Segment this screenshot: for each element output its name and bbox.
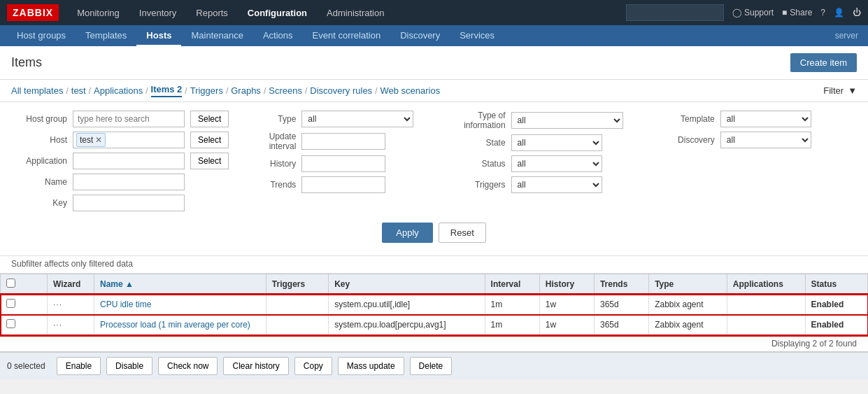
subnav-maintenance[interactable]: Maintenance (181, 26, 252, 46)
application-select-button[interactable]: Select (190, 153, 229, 169)
apply-button[interactable]: Apply (382, 223, 433, 243)
col-triggers-header: Triggers (266, 274, 328, 295)
col-wizard-header: Wizard (48, 274, 94, 295)
host-tag: test ✕ (76, 133, 106, 147)
breadcrumb-items2[interactable]: Items 2 (151, 84, 183, 97)
table-body: ··· CPU idle time system.cpu.util[,idle]… (1, 295, 868, 335)
selected-count: 0 selected (7, 361, 45, 371)
host-tag-remove[interactable]: ✕ (95, 135, 102, 145)
row-name-0: CPU idle time (94, 295, 266, 315)
breadcrumb-web-scenarios[interactable]: Web scenarios (380, 85, 440, 96)
copy-button[interactable]: Copy (294, 357, 332, 375)
subnav-host-groups[interactable]: Host groups (7, 26, 76, 46)
row-dots-menu[interactable]: ··· (53, 320, 62, 330)
subnav-services[interactable]: Services (450, 26, 504, 46)
server-label: server (835, 31, 861, 41)
application-input[interactable] (73, 153, 185, 169)
col-name-header[interactable]: Name ▲ (94, 274, 266, 295)
key-input[interactable] (73, 195, 185, 211)
filter-row-history: History (240, 155, 438, 172)
filter-row-status: Status all Enabled Disabled (450, 155, 648, 172)
row-status-0: Enabled (805, 295, 867, 315)
status-select[interactable]: all Enabled Disabled (511, 155, 602, 172)
state-select[interactable]: all Normal Not supported (511, 134, 602, 151)
top-nav-right: ◯ Support ■ Share ? 👤 ⏻ (626, 4, 861, 21)
filter-row-type-of-info: Type of information all Numeric (unsigne… (450, 111, 648, 130)
create-item-button[interactable]: Create item (790, 53, 857, 72)
hostgroup-select-button[interactable]: Select (190, 111, 229, 127)
host-select-button[interactable]: Select (190, 132, 229, 148)
share-link[interactable]: ■ Share (782, 8, 812, 17)
row-applications-0 (727, 295, 805, 315)
trends-input[interactable] (301, 176, 385, 193)
update-interval-label: Update interval (240, 132, 296, 151)
disable-button[interactable]: Disable (106, 357, 152, 375)
row-checkbox-1 (1, 315, 48, 335)
table-row: ··· CPU idle time system.cpu.util[,idle]… (1, 295, 868, 315)
history-input[interactable] (301, 155, 385, 172)
filter-actions: Apply Reset (11, 223, 857, 243)
key-label: Key (11, 198, 67, 208)
nav-administration[interactable]: Administration (318, 2, 392, 24)
table-container: Wizard Name ▲ Triggers Key Interval Hist… (0, 274, 868, 351)
row-checkbox[interactable] (6, 319, 15, 328)
nav-configuration[interactable]: Configuration (239, 2, 315, 24)
discovery-select[interactable]: all Yes No (720, 132, 811, 148)
nav-reports[interactable]: Reports (187, 2, 236, 24)
search-input[interactable] (626, 4, 724, 21)
filter-col-4: Template all Discovery all Yes No (659, 111, 857, 216)
triggers-select[interactable]: all Yes No (511, 176, 602, 193)
row-name-link[interactable]: CPU idle time (100, 300, 151, 309)
share-icon: ■ (782, 8, 787, 17)
name-sort-link[interactable]: Name ▲ (100, 279, 134, 289)
col-history-header: History (539, 274, 594, 295)
row-trends-0: 365d (594, 295, 648, 315)
name-input[interactable] (73, 174, 185, 190)
filter-icon: ▼ (848, 85, 857, 96)
subnav-actions[interactable]: Actions (253, 26, 303, 46)
help-link[interactable]: ? (820, 8, 825, 17)
support-link[interactable]: ◯ Support (732, 8, 774, 17)
breadcrumb-applications[interactable]: Applications (94, 85, 143, 96)
type-of-info-select[interactable]: all Numeric (unsigned) Numeric (float) C… (511, 112, 623, 129)
subnav-discovery[interactable]: Discovery (390, 26, 450, 46)
logo[interactable]: ZABBIX (7, 4, 59, 21)
breadcrumb-all-templates[interactable]: All templates (11, 85, 63, 96)
row-checkbox[interactable] (6, 299, 15, 308)
row-name-link[interactable]: Processor load (1 min average per core) (100, 320, 250, 330)
update-interval-input[interactable] (301, 133, 385, 150)
power-icon[interactable]: ⏻ (853, 8, 861, 17)
filter-row-host: Host test ✕ Select (11, 132, 229, 148)
trends-filter-label: Trends (240, 180, 296, 190)
user-icon[interactable]: 👤 (834, 8, 844, 17)
template-select[interactable]: all (720, 111, 811, 127)
type-of-info-label: Type of information (450, 111, 506, 130)
table-header-row: Wizard Name ▲ Triggers Key Interval Hist… (1, 274, 868, 295)
subnav-event-correlation[interactable]: Event correlation (303, 26, 391, 46)
mass-update-button[interactable]: Mass update (338, 357, 404, 375)
reset-button[interactable]: Reset (439, 223, 486, 243)
filter-section: Host group Select Host test ✕ Select App… (0, 102, 868, 256)
nav-inventory[interactable]: Inventory (131, 2, 185, 24)
breadcrumb-graphs[interactable]: Graphs (231, 85, 261, 96)
clear-history-button[interactable]: Clear history (223, 357, 288, 375)
delete-button[interactable]: Delete (410, 357, 453, 375)
breadcrumb-test[interactable]: test (71, 85, 86, 96)
breadcrumb-sep-8: / (375, 86, 377, 96)
breadcrumb-discovery-rules[interactable]: Discovery rules (310, 85, 372, 96)
breadcrumb-triggers[interactable]: Triggers (190, 85, 223, 96)
breadcrumb-screens[interactable]: Screens (269, 85, 302, 96)
row-dots-menu[interactable]: ··· (53, 300, 62, 309)
filter-toggle[interactable]: Filter ▼ (823, 85, 857, 96)
row-checkbox-0 (1, 295, 48, 315)
type-select[interactable]: all Zabbix agent SNMP Calculated (301, 111, 413, 127)
nav-monitoring[interactable]: Monitoring (69, 2, 128, 24)
hostgroup-input[interactable] (73, 111, 185, 127)
filter-row-discovery: Discovery all Yes No (659, 132, 857, 148)
select-all-checkbox[interactable] (6, 279, 15, 288)
subnav-hosts[interactable]: Hosts (136, 26, 181, 46)
subnav-templates[interactable]: Templates (76, 26, 136, 46)
enable-button[interactable]: Enable (57, 357, 101, 375)
check-now-button[interactable]: Check now (158, 357, 218, 375)
breadcrumb-sep-3: / (145, 86, 148, 96)
